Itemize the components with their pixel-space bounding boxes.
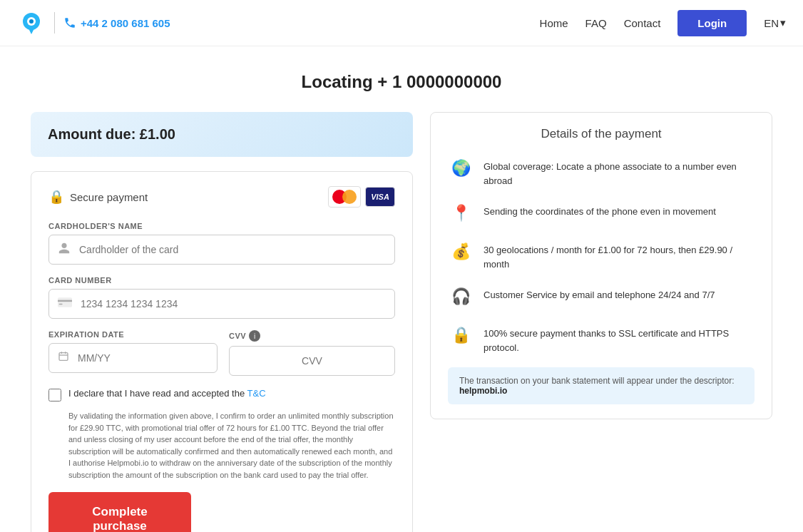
- phone-number: +44 2 080 681 605: [81, 17, 170, 29]
- card-number-label: CARD NUMBER: [48, 276, 395, 285]
- user-icon: [58, 242, 71, 257]
- feature-text-2: 30 geolocations / month for £1.00 for 72…: [484, 239, 755, 271]
- feature-item-0: 🌍 Global coverage: Locate a phone associ…: [448, 155, 755, 188]
- nav-faq[interactable]: FAQ: [585, 17, 607, 29]
- descriptor-box: The transaction on your bank statement w…: [448, 367, 755, 404]
- feature-icon-3: 🎧: [448, 284, 474, 310]
- terms-text: I declare that I have read and accepted …: [68, 387, 266, 400]
- details-box: Details of the payment 🌍 Global coverage…: [430, 112, 772, 419]
- terms-checkbox[interactable]: [48, 389, 61, 401]
- right-panel: Details of the payment 🌍 Global coverage…: [430, 112, 772, 532]
- lock-icon: 🔒: [48, 189, 64, 205]
- left-panel: Amount due: £1.00 🔒 Secure payment: [31, 112, 413, 532]
- feature-icon-0: 🌍: [448, 155, 474, 181]
- language-selector[interactable]: EN ▾: [764, 16, 786, 29]
- cvv-label-row: CVV i: [229, 330, 395, 342]
- cardholder-group: CARDHOLDER'S NAME: [48, 222, 395, 265]
- mastercard-logo: [328, 186, 361, 208]
- logo-icon[interactable]: [17, 9, 46, 37]
- expiry-input[interactable]: [72, 344, 208, 372]
- secure-label: 🔒 Secure payment: [48, 189, 148, 205]
- svg-rect-7: [59, 353, 68, 361]
- card-logos: VISA: [328, 186, 395, 208]
- terms-link[interactable]: T&C: [247, 388, 266, 399]
- descriptor-text: The transaction on your bank statement w…: [459, 376, 735, 386]
- descriptor-value: helpmobi.io: [459, 386, 507, 396]
- feature-list: 🌍 Global coverage: Locate a phone associ…: [448, 155, 755, 354]
- svg-rect-6: [59, 304, 63, 305]
- feature-text-1: Sending the coordinates of the phone eve…: [484, 200, 716, 219]
- calendar-icon: [58, 351, 69, 365]
- secure-row: 🔒 Secure payment VISA: [48, 186, 395, 208]
- page-title: Locating + 1 0000000000: [0, 72, 803, 92]
- visa-logo: VISA: [365, 187, 395, 207]
- amount-banner: Amount due: £1.00: [31, 112, 413, 157]
- amount-label: Amount due: £1.00: [48, 126, 175, 142]
- feature-icon-4: 🔒: [448, 322, 474, 348]
- header: +44 2 080 681 605 Home FAQ Contact Login…: [0, 0, 803, 46]
- card-number-input-wrapper: [48, 289, 395, 319]
- cardholder-input[interactable]: [73, 235, 386, 264]
- expiry-group: EXPIRATION DATE: [48, 330, 218, 376]
- cvv-info-icon[interactable]: i: [249, 330, 260, 342]
- cvv-label: CVV: [229, 332, 246, 340]
- card-number-group: CARD NUMBER: [48, 276, 395, 319]
- login-button[interactable]: Login: [677, 10, 747, 36]
- cardholder-label: CARDHOLDER'S NAME: [48, 222, 395, 230]
- nav-contact[interactable]: Contact: [624, 17, 661, 29]
- feature-icon-1: 📍: [448, 200, 474, 226]
- feature-text-3: Customer Service by email and telephone …: [484, 284, 715, 302]
- main-content: Amount due: £1.00 🔒 Secure payment: [16, 112, 787, 532]
- header-divider: [54, 12, 55, 34]
- phone-link[interactable]: +44 2 080 681 605: [63, 16, 170, 29]
- fine-print: By validating the information given abov…: [68, 410, 395, 481]
- expiry-input-wrapper: [48, 343, 218, 373]
- feature-item-1: 📍 Sending the coordinates of the phone e…: [448, 200, 755, 226]
- expiry-label: EXPIRATION DATE: [48, 330, 218, 339]
- feature-icon-2: 💰: [448, 239, 474, 265]
- svg-rect-5: [58, 300, 72, 302]
- card-icon: [58, 297, 72, 310]
- expiry-cvv-row: EXPIRATION DATE: [48, 330, 395, 387]
- feature-item-3: 🎧 Customer Service by email and telephon…: [448, 284, 755, 310]
- feature-text-4: 100% secure payment thanks to SSL certif…: [484, 322, 755, 354]
- card-number-input[interactable]: [75, 290, 386, 318]
- complete-purchase-button[interactable]: Complete purchase: [48, 492, 191, 532]
- cvv-input-wrapper: [229, 346, 395, 376]
- main-nav: Home FAQ Contact Login EN ▾: [540, 10, 786, 36]
- phone-icon: [63, 16, 76, 29]
- svg-rect-4: [58, 297, 72, 307]
- feature-item-4: 🔒 100% secure payment thanks to SSL cert…: [448, 322, 755, 354]
- feature-text-0: Global coverage: Locate a phone associat…: [484, 155, 755, 188]
- cardholder-input-wrapper: [48, 235, 395, 265]
- svg-marker-2: [27, 26, 36, 34]
- header-left: +44 2 080 681 605: [17, 9, 170, 37]
- nav-home[interactable]: Home: [540, 17, 568, 29]
- cvv-group: CVV i: [229, 330, 395, 376]
- cvv-input[interactable]: [238, 347, 386, 375]
- feature-item-2: 💰 30 geolocations / month for £1.00 for …: [448, 239, 755, 271]
- terms-row: I declare that I have read and accepted …: [48, 387, 395, 401]
- details-title: Details of the payment: [448, 127, 755, 141]
- payment-box: 🔒 Secure payment VISA: [31, 171, 413, 532]
- svg-point-3: [29, 19, 34, 24]
